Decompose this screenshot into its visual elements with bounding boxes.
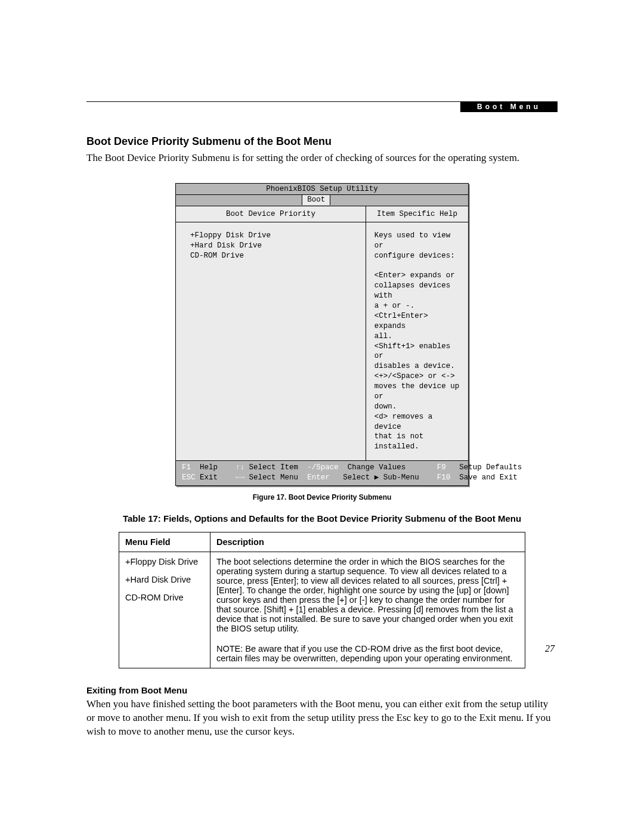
bios-key-label: Select Menu: [249, 473, 299, 482]
document-page: Boot Menu Boot Device Priority Submenu o…: [0, 0, 644, 833]
bios-key-f1: F1: [182, 463, 191, 472]
table-header-row: Menu Field Description: [119, 532, 525, 552]
table-row: +Floppy Disk Drive +Hard Disk Drive CD-R…: [119, 552, 525, 668]
bios-key-arrows-ud: ↑↓: [236, 463, 244, 472]
bios-device-item: CD-ROM Drive: [190, 251, 366, 261]
bios-device-item: +Floppy Disk Drive: [190, 231, 366, 241]
description-main: The boot selections determine the order …: [216, 557, 519, 633]
description-note: NOTE: Be aware that if you use the CD-RO…: [216, 644, 519, 663]
intro-paragraph: The Boot Device Priority Submenu is for …: [86, 151, 558, 165]
table-caption: Table 17: Fields, Options and Defaults f…: [86, 513, 558, 524]
cell-menu-field: +Floppy Disk Drive +Hard Disk Drive CD-R…: [119, 552, 210, 668]
bios-key-label: Help: [200, 463, 218, 472]
bios-key-arrows-lr: ←→: [236, 473, 244, 482]
bios-key-esc: ESC: [182, 473, 196, 482]
bios-footer: F1 Help ↑↓ Select Item -/Space Change Va…: [176, 460, 468, 485]
bios-key-label: Select ▶ Sub-Menu: [343, 473, 419, 482]
bios-right-column: Item Specific Help Keys used to view or …: [366, 206, 468, 460]
bios-menu-tabs: Boot: [176, 195, 468, 206]
bios-title: PhoenixBIOS Setup Utility: [176, 184, 468, 195]
bios-key-label: Save and Exit: [459, 473, 518, 482]
bios-key-f9: F9: [437, 463, 446, 472]
bios-key-f10: F10: [437, 473, 451, 482]
bios-key-label: Exit: [200, 473, 218, 482]
menu-field-item: +Floppy Disk Drive: [125, 557, 204, 566]
bios-key-label: Select Item: [249, 463, 299, 472]
header-rule: Boot Menu: [86, 101, 558, 114]
bios-left-column: Boot Device Priority +Floppy Disk Drive …: [176, 206, 366, 460]
menu-field-item: +Hard Disk Drive: [125, 575, 204, 584]
col-description: Description: [210, 532, 525, 552]
exit-paragraph: When you have finished setting the boot …: [86, 698, 558, 739]
exit-subheading: Exiting from Boot Menu: [86, 685, 558, 695]
page-number: 27: [545, 643, 555, 654]
bios-help-text: Keys used to view or configure devices: …: [366, 222, 468, 460]
page-heading: Boot Device Priority Submenu of the Boot…: [86, 135, 558, 148]
section-header-tag: Boot Menu: [460, 101, 558, 112]
bios-right-header: Item Specific Help: [366, 206, 468, 222]
bios-key-minus-space: -/Space: [307, 463, 339, 472]
cell-description: The boot selections determine the order …: [210, 552, 525, 668]
bios-left-header: Boot Device Priority: [176, 206, 366, 222]
bios-active-tab: Boot: [302, 195, 330, 205]
bios-device-list: +Floppy Disk Drive +Hard Disk Drive CD-R…: [176, 222, 366, 385]
menu-field-item: CD-ROM Drive: [125, 593, 204, 602]
col-menu-field: Menu Field: [119, 532, 210, 552]
bios-key-label: Change Values: [348, 463, 406, 472]
figure-caption: Figure 17. Boot Device Priority Submenu: [86, 493, 558, 501]
bios-screenshot: PhoenixBIOS Setup Utility Boot Boot Devi…: [175, 183, 469, 486]
bios-key-label: Setup Defaults: [459, 463, 522, 472]
fields-table: Menu Field Description +Floppy Disk Driv…: [119, 532, 525, 668]
bios-device-item: +Hard Disk Drive: [190, 241, 366, 251]
bios-key-enter: Enter: [307, 473, 330, 482]
bios-content: Boot Device Priority +Floppy Disk Drive …: [176, 206, 468, 460]
